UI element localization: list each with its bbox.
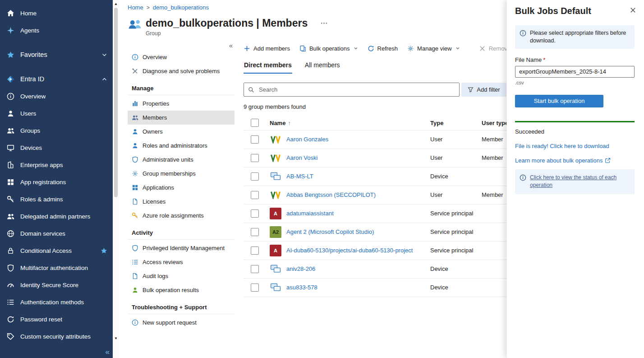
breadcrumb-current-link[interactable]: demo_bulkoperations bbox=[153, 4, 209, 11]
blade-item-roles-and-administrators[interactable]: Roles and administrators bbox=[128, 139, 235, 153]
row-checkbox[interactable] bbox=[251, 172, 259, 181]
member-user-type bbox=[482, 241, 506, 260]
remove-button[interactable]: Remove bbox=[479, 45, 506, 52]
row-checkbox[interactable] bbox=[251, 209, 259, 218]
search-input[interactable] bbox=[258, 86, 455, 93]
sidebar-item-conditional-access[interactable]: Conditional Access bbox=[0, 242, 113, 259]
sidebar-item-roles-admins[interactable]: Roles & admins bbox=[0, 191, 113, 208]
sidebar-item-password-reset[interactable]: Password reset bbox=[0, 311, 113, 328]
member-name-link[interactable]: Aaron Gonzales bbox=[286, 136, 328, 143]
add-members-button[interactable]: Add members bbox=[244, 45, 290, 52]
sidebar-item-devices[interactable]: Devices bbox=[0, 139, 113, 156]
tab-all-members[interactable]: All members bbox=[304, 59, 340, 74]
scrollbar-thumb[interactable] bbox=[114, 8, 118, 197]
blade-item-new-support-request[interactable]: New support request bbox=[128, 316, 235, 330]
sidebar-item-label: Home bbox=[20, 10, 37, 17]
row-checkbox[interactable] bbox=[251, 228, 259, 236]
toolbar-button-label: Remove bbox=[489, 45, 506, 52]
bulk-operations-button[interactable]: Bulk operations bbox=[299, 45, 358, 52]
member-name-link[interactable]: Aaron Voski bbox=[286, 154, 317, 161]
row-checkbox[interactable] bbox=[251, 284, 259, 292]
table-row: Abbas Bengtsson (SECCOPILOT)UserMember bbox=[244, 186, 506, 204]
blade-item-members[interactable]: Members bbox=[128, 111, 235, 125]
sidebar-item-users[interactable]: Users bbox=[0, 105, 113, 122]
sidebar-item-entra-id[interactable]: Entra ID bbox=[0, 70, 113, 88]
member-type: Device bbox=[430, 278, 482, 297]
row-checkbox[interactable] bbox=[251, 191, 259, 199]
row-checkbox[interactable] bbox=[251, 154, 259, 162]
sidebar-scrollbar[interactable]: ▲ ▼ bbox=[113, 0, 119, 358]
chevron-down-icon bbox=[101, 52, 107, 58]
blade-item-diagnose-and-solve-problems[interactable]: Diagnose and solve problems bbox=[128, 64, 235, 78]
chevron-up-icon bbox=[101, 76, 107, 82]
blade-item-bulk-operation-results[interactable]: Bulk operation results bbox=[128, 283, 235, 297]
blade-item-label: Diagnose and solve problems bbox=[143, 68, 220, 74]
view-operation-status-link[interactable]: Click here to view the status of each op… bbox=[530, 174, 630, 190]
sidebar-item-agents[interactable]: Agents bbox=[0, 22, 113, 39]
blade-item-group-memberships[interactable]: Group memberships bbox=[128, 167, 235, 181]
sidebar-item-custom-security-attributes[interactable]: Custom security attributes bbox=[0, 328, 113, 345]
sidebar-item-authentication-methods[interactable]: Authentication methods bbox=[0, 293, 113, 311]
toolbar-button-label: Add members bbox=[253, 45, 290, 52]
device-icon bbox=[270, 172, 281, 181]
blade-item-properties[interactable]: Properties bbox=[128, 97, 235, 111]
sidebar-item-overview[interactable]: Overview bbox=[0, 88, 113, 105]
blade-item-licenses[interactable]: Licenses bbox=[128, 195, 235, 209]
member-name-link[interactable]: Abbas Bengtsson (SECCOPILOT) bbox=[286, 191, 376, 198]
refresh-button[interactable]: Refresh bbox=[368, 45, 398, 52]
sidebar-item-identity-secure-score[interactable]: Identity Secure Score bbox=[0, 276, 113, 293]
blade-item-azure-role-assignments[interactable]: Azure role assignments bbox=[128, 209, 235, 223]
panel-close-button[interactable] bbox=[630, 7, 636, 14]
download-file-link[interactable]: File is ready! Click here to download bbox=[515, 143, 609, 149]
member-name-link[interactable]: aniv28-206 bbox=[286, 265, 315, 272]
member-name-link[interactable]: adatumaiassistant bbox=[286, 210, 334, 217]
sidebar-item-groups[interactable]: Groups bbox=[0, 122, 113, 139]
member-name-link[interactable]: asu833-578 bbox=[286, 284, 317, 291]
sidebar-item-domain-services[interactable]: Domain services bbox=[0, 225, 113, 242]
scroll-down-button[interactable]: ▼ bbox=[113, 335, 119, 342]
learn-more-link[interactable]: Learn more about bulk operations bbox=[515, 157, 611, 164]
sidebar-item-multifactor-authentication[interactable]: Multifactor authentication bbox=[0, 259, 113, 276]
column-header-user-type[interactable]: User type bbox=[482, 116, 506, 130]
sidebar-item-label: Overview bbox=[20, 93, 46, 100]
sidebar-item-delegated-admin-partners[interactable]: Delegated admin partners bbox=[0, 208, 113, 225]
sidebar-item-enterprise-apps[interactable]: Enterprise apps bbox=[0, 156, 113, 173]
blade-item-access-reviews[interactable]: Access reviews bbox=[128, 255, 235, 269]
blade-item-applications[interactable]: Applications bbox=[128, 181, 235, 195]
device-icon bbox=[270, 283, 281, 292]
select-all-checkbox[interactable] bbox=[251, 119, 259, 127]
blade-item-label: Licenses bbox=[143, 198, 166, 205]
start-bulk-operation-button[interactable]: Start bulk operation bbox=[515, 95, 603, 107]
sidebar-item-label: Devices bbox=[20, 144, 42, 151]
sidebar-item-app-registrations[interactable]: App registrations bbox=[0, 173, 113, 191]
sidebar-collapse-button[interactable]: « bbox=[106, 348, 110, 356]
member-name-link[interactable]: AB-MS-LT bbox=[286, 173, 313, 180]
monitor-icon bbox=[7, 144, 14, 152]
breadcrumb-home-link[interactable]: Home bbox=[128, 4, 143, 11]
grid-icon bbox=[132, 184, 138, 191]
table-row: AadatumaiassistantService principal bbox=[244, 204, 506, 223]
more-options-icon[interactable] bbox=[320, 19, 328, 27]
blade-item-overview[interactable]: Overview bbox=[128, 50, 235, 64]
wlogo-icon bbox=[270, 135, 281, 144]
member-name-link[interactable]: Agent 2 (Microsoft Copilot Studio) bbox=[286, 228, 374, 235]
column-header-type[interactable]: Type bbox=[430, 116, 482, 130]
member-user-type: Member bbox=[482, 149, 506, 167]
blade-item-owners[interactable]: Owners bbox=[128, 125, 235, 139]
column-header-name[interactable]: Name↑ bbox=[263, 116, 430, 130]
member-name-link[interactable]: AI-duba60-5130/projects/ai-duba60-5130-p… bbox=[286, 247, 413, 254]
sidebar-item-home[interactable]: Home bbox=[0, 5, 113, 22]
blade-item-audit-logs[interactable]: Audit logs bbox=[128, 269, 235, 283]
blade-item-privileged-identity-management[interactable]: Privileged Identity Management bbox=[128, 241, 235, 255]
tab-direct-members[interactable]: Direct members bbox=[244, 59, 292, 74]
row-checkbox[interactable] bbox=[251, 135, 259, 144]
file-name-input[interactable] bbox=[515, 66, 635, 78]
add-filter-button[interactable]: Add filter bbox=[461, 83, 506, 97]
sidebar-item-favorites[interactable]: Favorites bbox=[0, 46, 113, 63]
scroll-up-button[interactable]: ▲ bbox=[113, 1, 119, 7]
blade-item-administrative-units[interactable]: Administrative units bbox=[128, 153, 235, 167]
row-checkbox[interactable] bbox=[251, 265, 259, 273]
blade-collapse-button[interactable]: « bbox=[229, 42, 235, 49]
manage-view-button[interactable]: Manage view bbox=[407, 45, 460, 52]
row-checkbox[interactable] bbox=[251, 246, 259, 255]
